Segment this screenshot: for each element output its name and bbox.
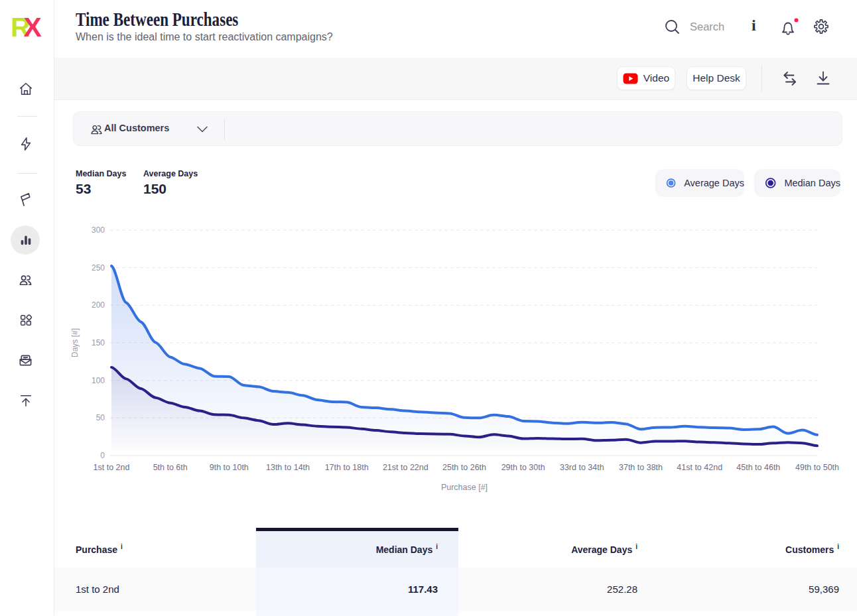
svg-text:29th to 30th: 29th to 30th [501, 463, 545, 472]
svg-text:50: 50 [96, 413, 105, 422]
svg-text:1st to 2nd: 1st to 2nd [94, 463, 130, 472]
svg-text:9th to 10th: 9th to 10th [210, 463, 249, 472]
svg-text:5th to 6th: 5th to 6th [153, 463, 188, 472]
svg-text:200: 200 [92, 300, 105, 310]
svg-text:17th to 18th: 17th to 18th [325, 463, 369, 472]
svg-text:300: 300 [92, 225, 105, 235]
svg-text:Days [#]: Days [#] [70, 328, 80, 357]
svg-text:45th to 46th: 45th to 46th [736, 463, 780, 472]
svg-text:37th to 38th: 37th to 38th [619, 463, 663, 472]
svg-text:250: 250 [92, 263, 105, 273]
svg-text:33rd to 34th: 33rd to 34th [560, 463, 604, 472]
svg-text:150: 150 [92, 338, 105, 347]
svg-text:0: 0 [100, 451, 105, 460]
svg-text:25th to 26th: 25th to 26th [442, 463, 486, 472]
svg-text:100: 100 [92, 376, 105, 385]
svg-text:49th to 50th: 49th to 50th [795, 463, 839, 472]
svg-text:Purchase [#]: Purchase [#] [441, 483, 488, 492]
svg-text:13th to 14th: 13th to 14th [266, 463, 310, 472]
svg-text:41st to 42nd: 41st to 42nd [677, 463, 722, 472]
svg-text:21st to 22nd: 21st to 22nd [383, 463, 428, 472]
